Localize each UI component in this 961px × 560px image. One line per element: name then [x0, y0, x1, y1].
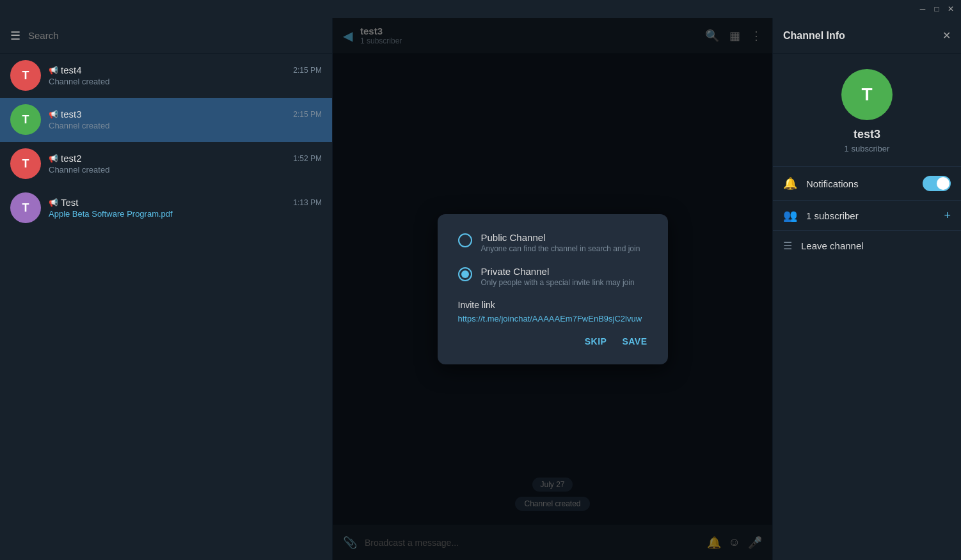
- invite-section: Invite link https://t.me/joinchat/AAAAAE…: [458, 300, 647, 323]
- chat-preview-test: Apple Beta Software Program.pdf: [49, 209, 322, 219]
- notifications-toggle[interactable]: [923, 176, 951, 191]
- chat-info-test3: 📢 test3 2:15 PM Channel created: [49, 109, 322, 130]
- private-radio-circle: [458, 267, 472, 281]
- chat-name-row-test2: 📢 test2 1:52 PM: [49, 153, 322, 164]
- private-channel-label: Private Channel: [481, 266, 635, 277]
- skip-button[interactable]: SKIP: [585, 336, 607, 346]
- chat-name-test: 📢 Test: [49, 197, 79, 208]
- right-panel-close-button[interactable]: ✕: [942, 29, 951, 42]
- leave-icon: ☰: [783, 240, 792, 252]
- channel-avatar: T: [841, 69, 893, 120]
- chat-preview-test2: Channel created: [49, 165, 322, 175]
- private-channel-sublabel: Only people with a special invite link m…: [481, 278, 635, 287]
- minimize-button[interactable]: ─: [917, 4, 928, 14]
- sidebar: ☰ T 📢 test4 2:15 PM Channel created: [0, 18, 333, 560]
- main-layout: ☰ T 📢 test4 2:15 PM Channel created: [0, 18, 961, 560]
- chat-name-test4: 📢 test4: [49, 65, 82, 75]
- modal-actions: SKIP SAVE: [458, 336, 647, 346]
- chat-time-test3: 2:15 PM: [293, 110, 322, 119]
- chat-preview-test4: Channel created: [49, 77, 322, 86]
- titlebar: ─ □ ✕: [0, 0, 961, 18]
- chat-time-test: 1:13 PM: [293, 198, 322, 207]
- invite-link-value[interactable]: https://t.me/joinchat/AAAAAEm7FwEnB9sjC2…: [458, 314, 647, 323]
- notifications-row: 🔔 Notifications: [773, 167, 961, 201]
- chat-time-test2: 1:52 PM: [293, 154, 322, 163]
- chat-name-row-test: 📢 Test 1:13 PM: [49, 197, 322, 208]
- bell-icon: 🔔: [783, 176, 797, 191]
- modal-overlay: Public Channel Anyone can find the chann…: [333, 18, 772, 560]
- menu-icon[interactable]: ☰: [10, 29, 20, 43]
- chat-name-row: 📢 test4 2:15 PM: [49, 65, 322, 75]
- chat-preview-test3: Channel created: [49, 121, 322, 130]
- channel-name: test3: [854, 128, 880, 141]
- right-panel: Channel Info ✕ T test3 1 subscriber 🔔 No…: [772, 18, 961, 560]
- chat-area: ◀ test3 1 subscriber 🔍 ▦ ⋮ July 27 Chann…: [333, 18, 772, 560]
- subscribers-icon: 👥: [783, 208, 797, 222]
- chat-info-test2: 📢 test2 1:52 PM Channel created: [49, 153, 322, 175]
- chat-name-test2: 📢 test2: [49, 153, 82, 164]
- avatar-test: T: [10, 192, 41, 223]
- leave-channel-label: Leave channel: [801, 240, 864, 251]
- search-input[interactable]: [28, 30, 322, 41]
- channel-info-top: T test3 1 subscriber: [773, 54, 961, 167]
- public-channel-sublabel: Anyone can find the channel in search an…: [481, 244, 640, 253]
- chat-item-test2[interactable]: T 📢 test2 1:52 PM Channel created: [0, 142, 332, 186]
- maximize-button[interactable]: □: [932, 4, 942, 14]
- channel-icon-test2: 📢: [49, 154, 58, 163]
- public-radio-circle: [458, 233, 472, 247]
- public-channel-label: Public Channel: [481, 232, 640, 243]
- leave-channel-row[interactable]: ☰ Leave channel: [773, 231, 961, 261]
- channel-icon: 📢: [49, 66, 58, 75]
- chat-time-test4: 2:15 PM: [293, 66, 322, 75]
- subscribers-row: 👥 1 subscriber +: [773, 201, 961, 231]
- avatar-test2: T: [10, 148, 41, 179]
- right-panel-title: Channel Info: [783, 30, 845, 42]
- search-bar: ☰: [0, 18, 332, 54]
- public-channel-option[interactable]: Public Channel Anyone can find the chann…: [458, 232, 647, 253]
- close-button[interactable]: ✕: [946, 4, 956, 14]
- channel-subscriber-count-header: 1 subscriber: [845, 144, 890, 153]
- chat-name-row-test3: 📢 test3 2:15 PM: [49, 109, 322, 120]
- private-channel-text: Private Channel Only people with a speci…: [481, 266, 635, 287]
- channel-type-modal: Public Channel Anyone can find the chann…: [438, 214, 668, 364]
- chat-item-test[interactable]: T 📢 Test 1:13 PM Apple Beta Software Pro…: [0, 186, 332, 230]
- chat-name-test3: 📢 test3: [49, 109, 82, 120]
- notifications-label: Notifications: [806, 178, 914, 189]
- chat-item-test3[interactable]: T 📢 test3 2:15 PM Channel created: [0, 98, 332, 142]
- chat-list: T 📢 test4 2:15 PM Channel created T: [0, 54, 332, 560]
- invite-link-label: Invite link: [458, 300, 647, 310]
- private-channel-option[interactable]: Private Channel Only people with a speci…: [458, 266, 647, 287]
- public-channel-text: Public Channel Anyone can find the chann…: [481, 232, 640, 253]
- right-panel-header: Channel Info ✕: [773, 18, 961, 54]
- channel-icon-test: 📢: [49, 198, 58, 207]
- chat-info-test: 📢 Test 1:13 PM Apple Beta Software Progr…: [49, 197, 322, 219]
- avatar-test4: T: [10, 60, 41, 91]
- add-subscriber-button[interactable]: +: [944, 209, 951, 222]
- chat-item-test4[interactable]: T 📢 test4 2:15 PM Channel created: [0, 54, 332, 98]
- avatar-test3: T: [10, 104, 41, 135]
- channel-icon-test3: 📢: [49, 110, 58, 119]
- subscriber-count: 1 subscriber: [806, 210, 935, 221]
- chat-info-test4: 📢 test4 2:15 PM Channel created: [49, 65, 322, 86]
- save-button[interactable]: SAVE: [622, 336, 647, 346]
